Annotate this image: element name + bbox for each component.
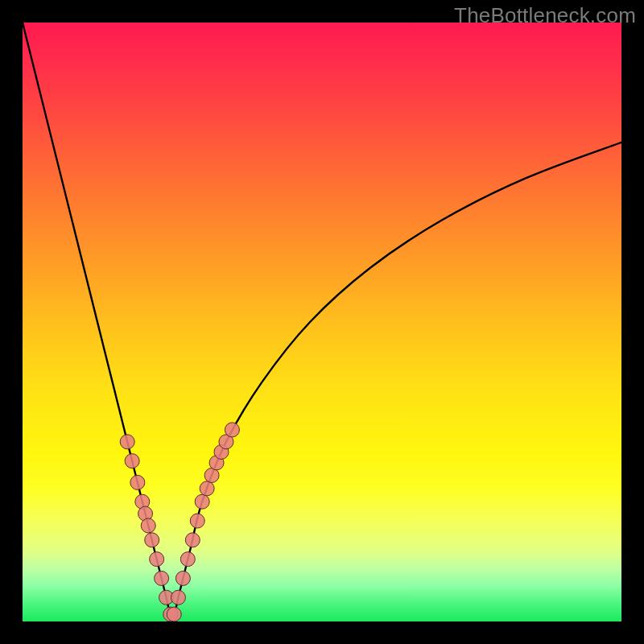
chart-svg: [23, 23, 621, 621]
marker-dot: [130, 475, 145, 489]
highlight-markers: [120, 423, 239, 621]
marker-dot: [171, 590, 185, 605]
marker-dot: [125, 454, 139, 469]
marker-dot: [145, 533, 159, 547]
marker-dot: [185, 533, 200, 547]
marker-dot: [167, 607, 181, 621]
marker-dot: [141, 518, 155, 533]
plot-area: [23, 23, 621, 621]
marker-dot: [180, 552, 195, 567]
marker-dot: [190, 514, 204, 528]
chart-frame: TheBottleneck.com: [0, 0, 644, 644]
marker-dot: [195, 494, 209, 509]
bottleneck-curve: [23, 23, 621, 621]
watermark-text: TheBottleneck.com: [454, 3, 636, 28]
marker-dot: [155, 571, 169, 585]
marker-dot: [150, 552, 164, 567]
marker-dot: [225, 423, 239, 437]
marker-dot: [120, 435, 134, 449]
marker-dot: [175, 571, 190, 585]
marker-dot: [200, 481, 214, 496]
